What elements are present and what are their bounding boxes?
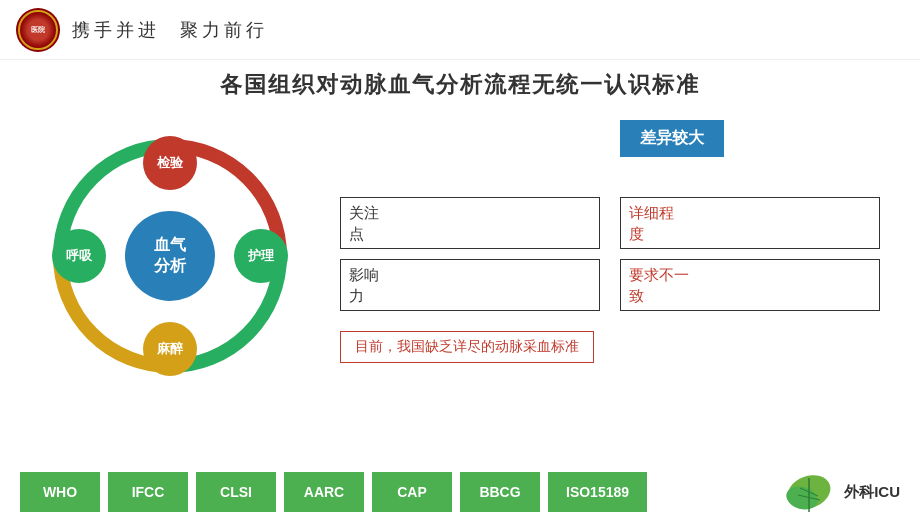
header-slogan1: 携手并进	[72, 18, 160, 42]
right-panel: 差异较大 关注点 详细程度 影响力	[340, 116, 880, 363]
diff-badge: 差异较大	[620, 120, 724, 157]
org-who-label: WHO	[43, 484, 77, 500]
node-anesthesia-label: 麻醉	[157, 340, 183, 358]
item-influence-box: 影响力	[340, 259, 600, 311]
org-clsi: CLSI	[196, 472, 276, 512]
dept-label: 外科ICU	[844, 483, 900, 502]
item-require-label: 要求不一致	[629, 264, 689, 306]
header: 医院 携手并进 聚力前行	[0, 0, 920, 60]
comparison-grid: 关注点 详细程度 影响力 要求不一致	[340, 197, 880, 311]
item-influence: 影响力	[340, 259, 600, 311]
org-who: WHO	[20, 472, 100, 512]
item-focus: 关注点	[340, 197, 600, 249]
center-circle: 血气分析	[125, 211, 215, 301]
org-ifcc-label: IFCC	[132, 484, 165, 500]
node-respiration-label: 呼吸	[66, 247, 92, 265]
leaf-icon	[782, 470, 836, 514]
circle-diagram: 血气分析 检验 护理 麻醉 呼吸	[40, 126, 300, 386]
org-bbcg-label: BBCG	[479, 484, 520, 500]
content-area: 血气分析 检验 护理 麻醉 呼吸 差异较大	[40, 116, 880, 386]
org-cap: CAP	[372, 472, 452, 512]
org-clsi-label: CLSI	[220, 484, 252, 500]
org-ifcc: IFCC	[108, 472, 188, 512]
item-focus-box: 关注点	[340, 197, 600, 249]
item-focus-label: 关注点	[349, 202, 379, 244]
leaf-logo-area: 外科ICU	[782, 470, 900, 514]
node-check: 检验	[143, 136, 197, 190]
bottom-notice: 目前，我国缺乏详尽的动脉采血标准	[340, 331, 594, 363]
main-content: 各国组织对动脉血气分析流程无统一认识标准 血气分析 检验	[0, 60, 920, 386]
item-detail: 详细程度	[620, 197, 880, 249]
bottom-bar: WHO IFCC CLSI AARC CAP BBCG ISO15189 外科I…	[0, 466, 920, 518]
logo-inner: 医院	[18, 10, 58, 50]
logo-text: 医院	[31, 26, 45, 34]
item-detail-label: 详细程度	[629, 202, 674, 244]
org-aarc-label: AARC	[304, 484, 344, 500]
item-require: 要求不一致	[620, 259, 880, 311]
item-require-box: 要求不一致	[620, 259, 880, 311]
node-check-label: 检验	[157, 154, 183, 172]
org-bbcg: BBCG	[460, 472, 540, 512]
org-iso: ISO15189	[548, 472, 647, 512]
node-nursing-label: 护理	[248, 247, 274, 265]
org-aarc: AARC	[284, 472, 364, 512]
node-respiration: 呼吸	[52, 229, 106, 283]
node-anesthesia: 麻醉	[143, 322, 197, 376]
item-detail-box: 详细程度	[620, 197, 880, 249]
item-influence-label: 影响力	[349, 264, 379, 306]
node-nursing: 护理	[234, 229, 288, 283]
org-iso-label: ISO15189	[566, 484, 629, 500]
logo: 医院	[16, 8, 60, 52]
page-title: 各国组织对动脉血气分析流程无统一认识标准	[40, 70, 880, 100]
org-cap-label: CAP	[397, 484, 427, 500]
center-text: 血气分析	[154, 235, 186, 277]
header-slogan2: 聚力前行	[180, 18, 268, 42]
